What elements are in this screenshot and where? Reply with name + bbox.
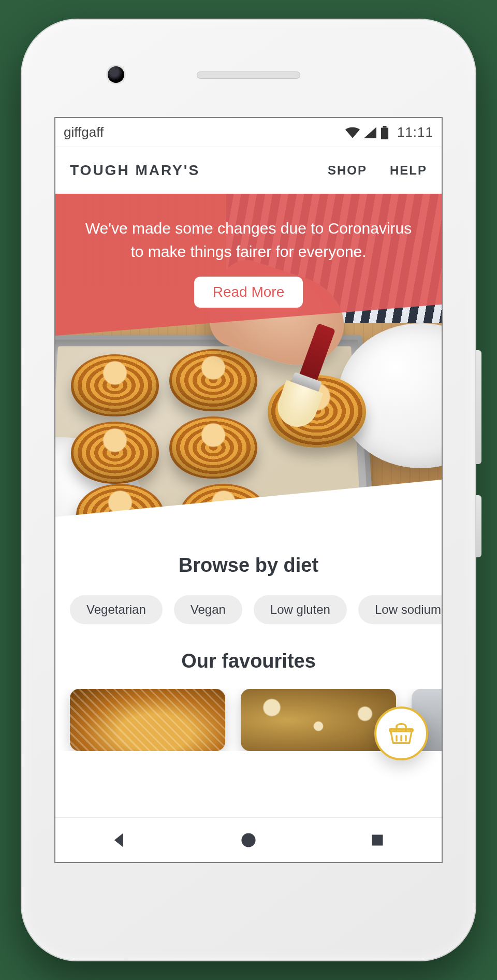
- svg-rect-0: [383, 126, 386, 128]
- page-scroll[interactable]: We've made some changes due to Coronavir…: [55, 194, 442, 817]
- read-more-button[interactable]: Read More: [194, 277, 303, 308]
- diet-chip-row[interactable]: Vegetarian Vegan Low gluten Low sodium: [55, 593, 442, 628]
- battery-icon: [381, 126, 389, 139]
- status-bar: giffgaff 11:11: [55, 118, 442, 147]
- android-home-button[interactable]: [238, 830, 259, 851]
- android-nav-bar: [55, 817, 442, 862]
- phone-speaker: [197, 71, 300, 79]
- carrier-label: giffgaff: [64, 124, 104, 140]
- header-nav: SHOP HELP: [328, 163, 427, 178]
- chip-low-gluten[interactable]: Low gluten: [254, 595, 347, 624]
- app-header: TOUGH MARY'S SHOP HELP: [55, 147, 442, 194]
- hero: We've made some changes due to Coronavir…: [55, 194, 442, 541]
- diet-heading: Browse by diet: [70, 554, 427, 577]
- phone-frame: giffgaff 11:11 TOUGH MARY'S SHOP HELP: [21, 19, 476, 961]
- favourite-card[interactable]: [241, 689, 396, 751]
- status-clock: 11:11: [397, 124, 433, 140]
- phone-camera: [108, 66, 124, 83]
- svg-point-2: [241, 833, 255, 847]
- status-icons: 11:11: [345, 124, 433, 140]
- favourites-section: Our favourites: [55, 628, 442, 689]
- favourites-heading: Our favourites: [70, 650, 427, 672]
- chip-low-sodium[interactable]: Low sodium: [358, 595, 442, 624]
- brand-logo[interactable]: TOUGH MARY'S: [70, 162, 200, 179]
- chip-vegetarian[interactable]: Vegetarian: [70, 595, 163, 624]
- banner-text: We've made some changes due to Coronavir…: [76, 217, 421, 263]
- svg-rect-1: [381, 127, 388, 139]
- basket-icon: [387, 718, 415, 748]
- chip-vegan[interactable]: Vegan: [174, 595, 242, 624]
- wifi-icon: [345, 127, 360, 138]
- android-recents-button[interactable]: [367, 830, 388, 851]
- screen: giffgaff 11:11 TOUGH MARY'S SHOP HELP: [54, 117, 443, 863]
- nav-help[interactable]: HELP: [390, 163, 427, 178]
- favourite-card[interactable]: [70, 689, 225, 751]
- diet-section: Browse by diet: [55, 541, 442, 593]
- nav-shop[interactable]: SHOP: [328, 163, 367, 178]
- banner-line-2: to make things fairer for everyone.: [130, 243, 366, 260]
- svg-rect-3: [372, 834, 383, 845]
- basket-fab[interactable]: [374, 707, 428, 760]
- cell-signal-icon: [364, 127, 376, 138]
- android-back-button[interactable]: [109, 830, 130, 851]
- banner-line-1: We've made some changes due to Coronavir…: [85, 220, 412, 237]
